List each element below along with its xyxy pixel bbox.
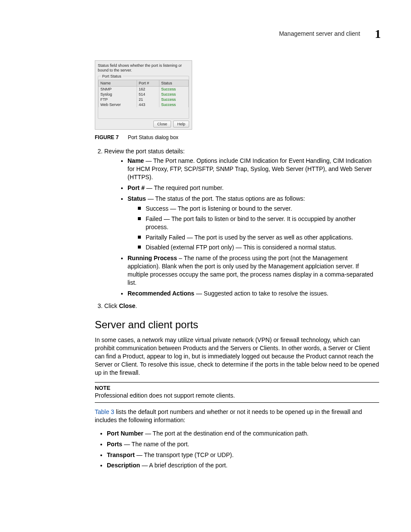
section-heading: Server and client ports (95, 318, 379, 332)
list-item: Recommended Actions — Suggested action t… (128, 289, 379, 298)
list-item: Name — The Port name. Options include CI… (128, 157, 379, 181)
col-port: Port # (137, 80, 159, 86)
step-3: Click Close. (104, 302, 379, 310)
list-item: Ports — The name of the port. (107, 440, 379, 448)
table-row: Syslog 514 Success (99, 92, 189, 97)
note-body: Professional edition does not support re… (95, 392, 379, 400)
list-item: Status — The status of the port. The sta… (128, 195, 379, 252)
port-info-list: Port Number — The port at the destinatio… (95, 429, 379, 470)
note-heading: NOTE (95, 384, 379, 392)
table-row: FTP 21 Success (99, 97, 189, 102)
list-item: Running Process – The name of the proces… (128, 254, 379, 287)
list-item: Port # — The required port number. (128, 184, 379, 192)
table-row: SNMP 162 Success (99, 86, 189, 92)
procedure-steps: Review the port status details: Name — T… (95, 147, 379, 310)
step2-bullets: Name — The Port name. Options include CI… (104, 157, 379, 297)
dialog-message: Status field shows whether the port is l… (98, 63, 189, 73)
port-status-group-title: Port Status (101, 74, 123, 79)
port-status-table: Name Port # Status SNMP 162 Success Sysl… (98, 80, 189, 108)
table-row: Web Server 443 Success (99, 102, 189, 107)
list-item: Paritally Failed — The port is used by t… (138, 233, 379, 242)
chapter-number: 1 (375, 26, 381, 42)
figure-title: Port Status dialog box (128, 134, 178, 140)
list-item: Port Number — The port at the destinatio… (107, 429, 379, 438)
figure-number: FIGURE 7 (95, 134, 118, 140)
figure-caption: FIGURE 7 Port Status dialog box (95, 134, 379, 141)
table-3-link[interactable]: Table 3 (95, 408, 114, 415)
col-name: Name (99, 80, 137, 86)
running-title: Management server and client (279, 30, 360, 38)
list-item: Disabled (external FTP port only) — This… (138, 243, 379, 252)
table-ref-paragraph: Table 3 lists the default port numbers a… (95, 408, 379, 424)
port-status-dialog: Status field shows whether the port is l… (95, 60, 192, 130)
close-button[interactable]: Close (153, 121, 171, 128)
help-button[interactable]: Help (173, 121, 189, 128)
step-2: Review the port status details: Name — T… (104, 147, 379, 298)
list-item: Failed — The port fails to listen or bin… (138, 215, 379, 231)
status-sublist: Success — The port is listening or bound… (138, 205, 379, 252)
port-status-group: Port Status Name Port # Status SNMP 162 … (98, 76, 189, 119)
col-status: Status (159, 80, 189, 86)
list-item: Success — The port is listening or bound… (138, 205, 379, 213)
list-item: Transport — The transport type (TCP or U… (107, 451, 379, 459)
section-paragraph: In some cases, a network may utilize vir… (95, 336, 379, 376)
list-item: Description — A brief description of the… (107, 461, 379, 470)
note-block: NOTE Professional edition does not suppo… (95, 382, 379, 403)
running-header: Management server and client 1 (279, 26, 381, 42)
